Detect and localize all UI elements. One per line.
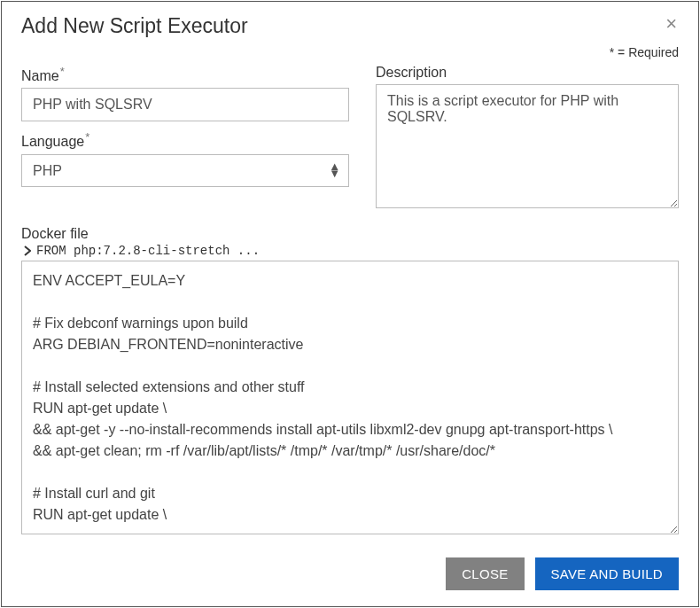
required-asterisk: * [85,130,89,144]
modal-header: Add New Script Executor × [21,14,679,38]
form-col-left: Name* Language* PHP ▲▼ [21,65,349,217]
required-asterisk: * [60,65,65,78]
add-script-executor-modal: Add New Script Executor × * = Required N… [1,1,699,607]
language-label-text: Language [21,135,84,150]
name-field-group: Name* [21,65,349,121]
name-label: Name* [21,65,349,84]
language-field-group: Language* PHP ▲▼ [21,130,349,186]
language-select[interactable]: PHP [21,154,349,187]
form-row-top: Name* Language* PHP ▲▼ Description [21,65,679,217]
dockerfile-collapse-row: FROM php:7.2.8-cli-stretch ... [21,244,679,258]
modal-footer: CLOSE SAVE AND BUILD [21,557,679,590]
form-col-right: Description [376,65,679,217]
name-label-text: Name [21,68,59,83]
name-input[interactable] [21,88,349,121]
close-button[interactable]: CLOSE [446,557,524,590]
dockerfile-preview-text: FROM php:7.2.8-cli-stretch ... [36,244,260,258]
description-label: Description [376,65,679,81]
required-note: * = Required [21,45,679,59]
description-textarea[interactable] [376,84,679,208]
chevron-right-icon[interactable] [21,245,34,257]
description-field-group: Description [376,65,679,208]
language-select-wrapper: PHP ▲▼ [21,154,349,187]
language-label: Language* [21,130,349,150]
dockerfile-section: Docker file FROM php:7.2.8-cli-stretch .… [21,226,679,534]
close-icon[interactable]: × [664,14,679,34]
save-and-build-button[interactable]: SAVE AND BUILD [535,557,679,590]
modal-title: Add New Script Executor [21,14,248,38]
dockerfile-label: Docker file [21,226,679,242]
dockerfile-textarea[interactable] [21,261,679,534]
